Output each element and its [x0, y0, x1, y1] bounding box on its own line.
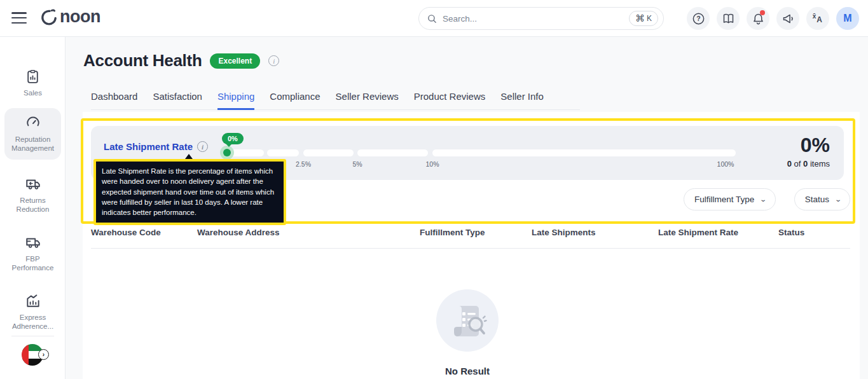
histogram-icon [25, 293, 41, 309]
tick-label: 5% [352, 160, 362, 168]
announcements-button[interactable] [776, 7, 799, 30]
metric-tooltip: Late Shipment Rate is the percentage of … [93, 159, 286, 225]
language-button[interactable]: x̄ A [806, 7, 829, 30]
fulfillment-type-dropdown[interactable]: Fulfillment Type ⌄ [684, 188, 776, 210]
megaphone-icon [782, 12, 795, 25]
column-late-shipments: Late Shipments [532, 228, 596, 237]
noon-logo[interactable]: noon [39, 7, 100, 27]
column-warehouse-code: Warehouse Code [91, 228, 161, 237]
page-title: Account Health [83, 51, 202, 71]
logo-text: noon [60, 7, 100, 27]
column-warehouse-address: Warehouse Address [197, 228, 280, 237]
status-dropdown[interactable]: Status ⌄ [794, 188, 851, 210]
translate-icon: x̄ A [811, 11, 825, 25]
notification-dot [760, 10, 765, 15]
filter-row: Fulfillment Type ⌄ Status ⌄ [684, 188, 850, 210]
progress-segment [432, 149, 736, 156]
noon-logo-icon [39, 8, 59, 27]
tab-shipping[interactable]: Shipping [217, 91, 254, 110]
column-late-shipment-rate: Late Shipment Rate [658, 228, 738, 237]
sidebar-item-express-adherence[interactable]: ExpressAdherence... [4, 286, 61, 338]
page-header: Account Health Excellent i [83, 51, 279, 71]
sidebar-item-label: FBPPerformance [6, 254, 60, 273]
chevron-right-icon: › [38, 349, 49, 360]
tab-satisfaction[interactable]: Satisfaction [153, 91, 202, 110]
tick-label: 10% [425, 160, 439, 168]
sidebar-divider [11, 336, 54, 336]
status-badge: Excellent [210, 53, 260, 69]
sidebar-item-label: Sales [6, 88, 60, 97]
metric-title-text: Late Shipment Rate [104, 141, 193, 152]
truck-icon [25, 234, 41, 251]
sidebar-item-label: ReputationManagement [6, 135, 60, 153]
fulfillment-type-label: Fulfillment Type [694, 195, 754, 204]
table-header-row: Warehouse Code Warehouse Address Fulfill… [91, 228, 850, 248]
tab-product-reviews[interactable]: Product Reviews [414, 91, 486, 110]
keyboard-shortcut-badge: ⌘ K [629, 11, 658, 26]
sidebar-item-label: ReturnsReduction [6, 196, 60, 214]
empty-state-title: No Result [404, 366, 531, 376]
sidebar-item-returns-reduction[interactable]: ReturnsReduction [4, 169, 61, 221]
metric-items-count: 0 of 0 items [787, 159, 830, 169]
sidebar-item-sales[interactable]: Sales [4, 62, 61, 104]
clipboard-chart-icon [25, 69, 41, 85]
metric-info-icon[interactable]: i [197, 141, 208, 152]
top-header: noon ⌘ K ? [0, 0, 868, 37]
sidebar-item-label: ExpressAdherence... [6, 313, 60, 331]
metric-value: 0% [801, 134, 830, 157]
tab-bar: Dashboard Satisfaction Shipping Complian… [91, 91, 544, 110]
metric-title: Late Shipment Rate i [104, 141, 208, 152]
tab-compliance[interactable]: Compliance [270, 91, 320, 110]
search-bar[interactable]: ⌘ K [418, 7, 664, 30]
chevron-down-icon: ⌄ [760, 196, 768, 203]
book-icon [722, 12, 735, 25]
progress-segment [267, 149, 299, 156]
cmd-icon: ⌘ [635, 13, 645, 24]
noon-seller-app: noon ⌘ K ? [0, 0, 868, 379]
gauge-icon [25, 114, 41, 131]
tooltip-arrow [185, 154, 193, 159]
sidebar-item-reputation-management[interactable]: ReputationManagement [4, 108, 61, 160]
table-header-border [91, 248, 850, 249]
svg-text:?: ? [696, 15, 700, 22]
svg-text:A: A [816, 15, 822, 24]
return-truck-icon [25, 176, 41, 192]
header-icon-group: ? [687, 7, 859, 30]
column-status: Status [778, 228, 804, 237]
empty-state: No Result [404, 289, 531, 376]
sidebar-item-fbp-performance[interactable]: FBPPerformance [4, 228, 61, 279]
status-label: Status [805, 195, 829, 204]
tab-seller-info[interactable]: Seller Info [500, 91, 544, 110]
country-selector[interactable]: › [21, 343, 45, 366]
menu-icon[interactable] [11, 12, 27, 25]
no-result-icon [436, 289, 499, 352]
tick-label: 100% [717, 160, 734, 168]
svg-text:x̄: x̄ [813, 13, 816, 20]
marker-badge: 0% [222, 133, 244, 144]
column-fulfillment-type: Fulfillment Type [420, 228, 485, 237]
progress-segment [303, 149, 354, 156]
sidebar: Sales ReputationManagement ReturnsReduct… [0, 37, 65, 379]
search-input[interactable] [443, 14, 629, 24]
tab-dashboard[interactable]: Dashboard [91, 91, 137, 110]
info-icon[interactable]: i [268, 55, 279, 66]
tab-seller-reviews[interactable]: Seller Reviews [336, 91, 399, 110]
help-icon: ? [692, 12, 705, 25]
avatar[interactable]: M [836, 7, 859, 30]
chevron-down-icon: ⌄ [834, 196, 842, 203]
tick-label: 2.5% [296, 160, 311, 168]
search-icon [427, 13, 437, 24]
progress-segment [357, 149, 428, 156]
help-button[interactable]: ? [687, 7, 710, 30]
shortcut-key: K [647, 14, 652, 23]
marker-dot [223, 149, 231, 156]
guide-button[interactable] [717, 7, 740, 30]
notifications-button[interactable] [747, 7, 769, 30]
